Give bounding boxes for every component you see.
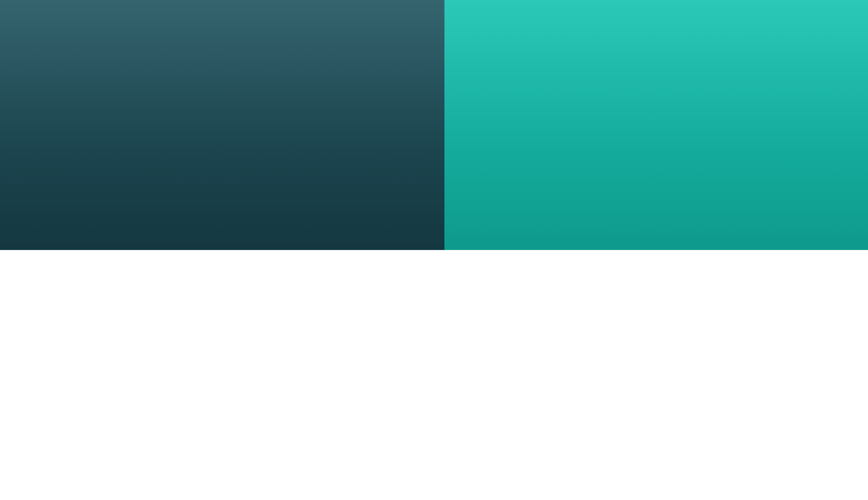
- monitor-bottom-right: [444, 250, 868, 500]
- monitor-bottom-left: [0, 250, 444, 500]
- multi-monitor-desktop: [0, 0, 868, 500]
- monitor-top-left: [0, 0, 444, 250]
- monitor-top-right: [444, 0, 868, 250]
